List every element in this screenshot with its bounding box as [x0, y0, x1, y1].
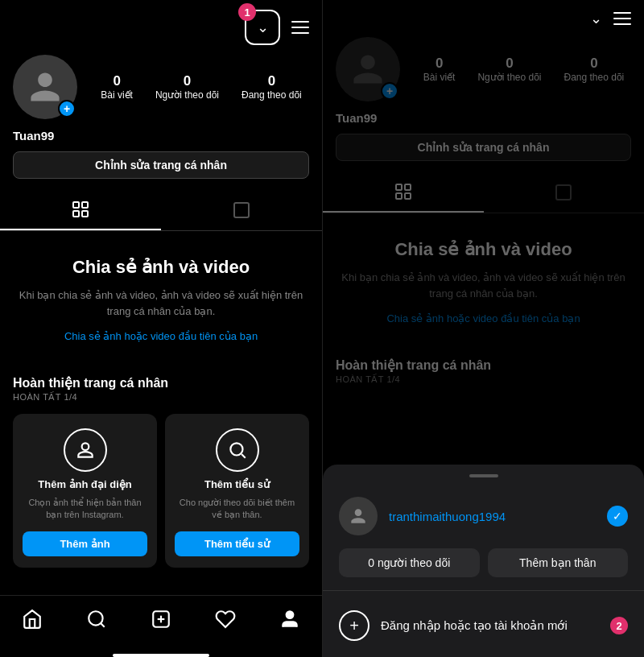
posts-label: Bài viết [101, 89, 133, 101]
avatar-wrap: + [13, 55, 77, 119]
tab-tagged[interactable] [161, 190, 322, 230]
account-switcher-sheet: tranthimaithuong1994 ✓ 0 người theo dõi … [323, 465, 644, 657]
add-photo-button[interactable]: Thêm ảnh [23, 531, 147, 556]
share-link[interactable]: Chia sẻ ảnh hoặc video đầu tiên của bạn [64, 330, 258, 342]
right-chevron-down-icon[interactable]: ⌄ [590, 10, 602, 27]
svg-rect-4 [234, 203, 249, 217]
right-tab-grid [323, 172, 484, 213]
svg-rect-17 [556, 185, 571, 200]
svg-line-8 [101, 623, 105, 627]
sheet-avatar [339, 497, 378, 535]
right-edit-profile-button: Chỉnh sửa trang cá nhân [336, 134, 631, 161]
right-followers-label: Người theo dõi [477, 72, 541, 83]
svg-rect-1 [82, 202, 88, 208]
svg-rect-3 [82, 211, 88, 217]
right-following-label: Đang theo dõi [564, 72, 625, 83]
posts-count: 0 [113, 73, 120, 89]
tabs-row [0, 190, 322, 231]
complete-title: Hoàn thiện trang cá nhân [13, 375, 309, 390]
account-switcher-button[interactable]: 1 ⌄ [245, 10, 280, 45]
followers-label: Người theo dõi [155, 89, 219, 101]
right-empty-state: Chia sẻ ảnh và video Khi bạn chia sẻ ảnh… [323, 213, 644, 345]
home-indicator [113, 654, 209, 657]
right-stats-row: 0 Bài viết 0 Người theo dõi 0 Đang theo … [416, 56, 631, 83]
profile-cards: Thêm ảnh đại diện Chọn ảnh thể hiện bản … [13, 414, 309, 568]
right-followers-count: 0 [506, 56, 513, 72]
nav-search[interactable] [79, 604, 114, 634]
empty-body: Khi bạn chia sẻ ảnh và video, ảnh và vid… [16, 287, 306, 319]
right-profile-dimmed: + 0 Bài viết 0 Người theo dõi 0 Đang the… [323, 34, 644, 403]
plus-icon: + [339, 610, 369, 641]
left-panel: 1 ⌄ + 0 Bài viết 0 Người theo dõi 0 [0, 0, 322, 657]
right-empty-body: Khi bạn chia sẻ ảnh và video, ảnh và vid… [339, 270, 628, 301]
empty-title: Chia sẻ ảnh và video [16, 257, 306, 278]
right-panel: ⌄ + 0 Bài viết 0 Người theo dõi [322, 0, 644, 657]
sheet-followers-button[interactable]: 0 người theo dõi [339, 548, 480, 577]
badge-2: 2 [610, 617, 628, 634]
right-following-count: 0 [590, 56, 597, 72]
right-share-link: Chia sẻ ảnh hoặc video đầu tiên của bạn [386, 312, 580, 324]
badge-1: 1 [238, 3, 256, 21]
sheet-divider [323, 590, 644, 591]
nav-home[interactable] [14, 604, 50, 634]
stat-followers: 0 Người theo dõi [155, 73, 219, 101]
complete-subtitle: HOÀN TẤT 1/4 [13, 392, 309, 403]
nav-heart[interactable] [208, 604, 243, 634]
edit-profile-button[interactable]: Chỉnh sửa trang cá nhân [13, 151, 309, 179]
right-stat-followers: 0 Người theo dõi [477, 56, 541, 83]
sheet-account-name: tranthimaithuong1994 [389, 510, 596, 523]
profile-section: + 0 Bài viết 0 Người theo dõi 0 Đang the… [0, 52, 322, 129]
right-stat-posts: 0 Bài viết [423, 56, 456, 83]
svg-rect-2 [73, 211, 79, 217]
right-posts-label: Bài viết [423, 72, 456, 83]
card-bio-title: Thêm tiểu sử [204, 478, 270, 490]
menu-icon[interactable] [291, 21, 309, 34]
nav-profile[interactable] [272, 604, 308, 634]
username-row: Tuan99 [0, 129, 322, 151]
svg-line-6 [242, 454, 246, 458]
sheet-action-buttons: 0 người theo dõi Thêm bạn thân [323, 548, 644, 590]
svg-rect-14 [405, 184, 411, 190]
left-top-bar: 1 ⌄ [0, 0, 322, 52]
card-bio: Thêm tiểu sử Cho người theo dõi biết thê… [165, 414, 309, 568]
right-empty-title: Chia sẻ ảnh và video [339, 239, 628, 260]
card-avatar-desc: Chọn ảnh thể hiện bản thân bạn trên Inst… [23, 497, 147, 522]
right-avatar-wrap: + [336, 37, 400, 101]
card-bio-icon [216, 428, 259, 472]
right-complete-title: Hoàn thiện trang cá nhân [336, 357, 631, 373]
right-complete-section: Hoàn thiện trang cá nhân HOÀN TẤT 1/4 [323, 345, 644, 403]
right-username-row: Tuan99 [323, 111, 644, 134]
svg-rect-0 [73, 202, 79, 208]
following-count: 0 [268, 73, 275, 89]
card-avatar-icon [64, 428, 107, 472]
sheet-add-friend-button[interactable]: Thêm bạn thân [488, 548, 629, 577]
right-profile-section: + 0 Bài viết 0 Người theo dõi 0 Đang the… [323, 34, 644, 111]
stat-following: 0 Đang theo dõi [242, 73, 302, 101]
right-username-text: Tuan99 [336, 111, 377, 125]
stats-row: 0 Bài viết 0 Người theo dõi 0 Đang theo … [93, 73, 309, 101]
svg-rect-13 [396, 184, 402, 190]
right-complete-subtitle: HOÀN TẤT 1/4 [336, 374, 631, 385]
sheet-check-icon: ✓ [607, 506, 628, 527]
add-bio-button[interactable]: Thêm tiểu sử [175, 531, 299, 556]
tab-grid[interactable] [0, 190, 161, 230]
sheet-handle [469, 474, 498, 477]
right-top-bar: ⌄ [323, 0, 644, 34]
sheet-add-account-button[interactable]: + Đăng nhập hoặc tạo tài khoản mới 2 [323, 602, 644, 657]
nav-add[interactable] [143, 604, 179, 634]
svg-rect-15 [396, 193, 402, 199]
svg-rect-16 [405, 193, 411, 199]
stat-posts: 0 Bài viết [101, 73, 133, 101]
sheet-add-label: Đăng nhập hoặc tạo tài khoản mới [381, 618, 568, 633]
card-avatar: Thêm ảnh đại diện Chọn ảnh thể hiện bản … [13, 414, 157, 568]
add-avatar-button[interactable]: + [58, 100, 76, 118]
right-stat-following: 0 Đang theo dõi [564, 56, 625, 83]
username-text: Tuan99 [13, 129, 54, 143]
right-tabs-row [323, 172, 644, 213]
right-posts-count: 0 [436, 56, 443, 72]
sheet-account-row[interactable]: tranthimaithuong1994 ✓ [323, 490, 644, 548]
empty-state: Chia sẻ ảnh và video Khi bạn chia sẻ ảnh… [0, 231, 322, 362]
followers-count: 0 [184, 73, 191, 89]
svg-point-7 [89, 611, 102, 625]
right-menu-icon[interactable] [613, 12, 631, 25]
